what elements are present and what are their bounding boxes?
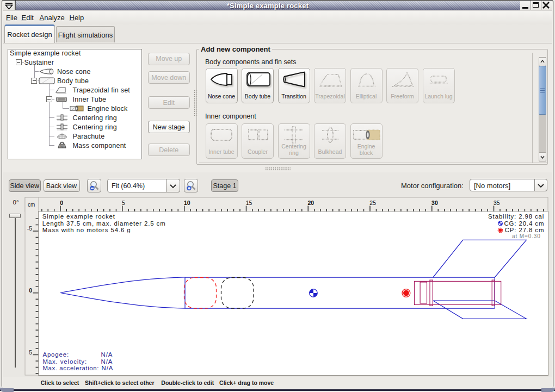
svg-text:5: 5 xyxy=(29,349,32,356)
svg-text:cm: cm xyxy=(28,202,35,208)
svg-text:Max. acceleration:: Max. acceleration: xyxy=(42,365,99,371)
svg-text:20: 20 xyxy=(308,200,314,206)
svg-text:35: 35 xyxy=(494,200,500,206)
svg-text:N/A: N/A xyxy=(102,365,114,371)
svg-text:-5: -5 xyxy=(27,225,32,232)
svg-text:15: 15 xyxy=(246,200,252,206)
svg-text:CP: 27.8 cm: CP: 27.8 cm xyxy=(505,227,545,233)
svg-text:0: 0 xyxy=(29,287,32,294)
svg-text:Max. velocity:: Max. velocity: xyxy=(42,358,87,365)
svg-text:0: 0 xyxy=(60,200,63,206)
svg-text:10: 10 xyxy=(184,200,190,206)
svg-text:N/A: N/A xyxy=(101,351,113,358)
svg-text:30: 30 xyxy=(431,200,438,206)
svg-text:at M=0.30: at M=0.30 xyxy=(512,233,541,239)
svg-text:N/A: N/A xyxy=(101,358,113,365)
svg-text:Mass with no motors 54.6 g: Mass with no motors 54.6 g xyxy=(42,227,131,233)
svg-text:CG: 20.4 cm: CG: 20.4 cm xyxy=(504,220,544,227)
svg-text:Apogee:: Apogee: xyxy=(42,351,69,358)
svg-text:5: 5 xyxy=(122,200,125,206)
svg-text:Length 37.5 cm, max. diameter: Length 37.5 cm, max. diameter 2.5 cm xyxy=(42,220,166,227)
svg-text:Stability: 2.98 cal: Stability: 2.98 cal xyxy=(488,213,544,220)
svg-text:kg: kg xyxy=(60,145,64,148)
svg-text:Simple example rocket: Simple example rocket xyxy=(42,213,115,220)
svg-text:25: 25 xyxy=(369,200,376,206)
